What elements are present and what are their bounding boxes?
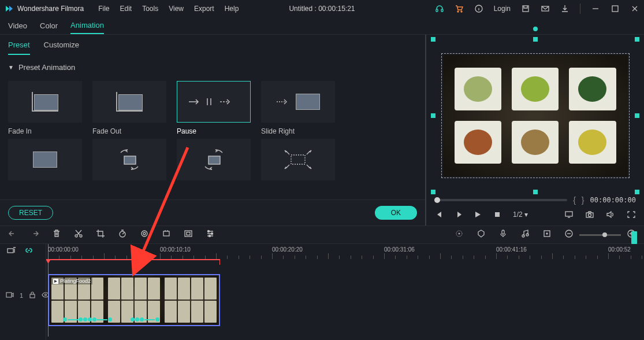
keyframe[interactable] [140,317,144,321]
keyframe[interactable] [135,317,139,321]
track-video-icon[interactable] [6,291,14,300]
menu-file[interactable]: File [98,5,109,13]
preset-slide-right[interactable]: Slide Right [261,81,342,135]
zoom-slider[interactable] [579,234,621,236]
preview-scale[interactable]: 1/2 ▾ [513,210,528,219]
tab-preset[interactable]: Preset [8,40,30,55]
resize-handle[interactable] [635,113,639,118]
keyframe[interactable] [155,317,159,321]
cut-icon[interactable] [74,229,83,241]
subnav-video[interactable]: Video [8,18,27,34]
keyframe[interactable] [63,317,67,321]
svg-point-27 [459,233,460,234]
save-icon[interactable] [521,4,530,13]
maximize-icon[interactable] [611,4,620,13]
speed-icon[interactable] [118,229,127,241]
preset-fade-in[interactable]: Fade In [8,81,89,135]
preset-row2-d[interactable] [261,139,342,180]
greenscreen-icon[interactable] [162,229,171,241]
keyframe[interactable] [108,317,112,321]
resize-handle[interactable] [533,190,538,194]
subnav-animation[interactable]: Animation [70,17,104,34]
scrub-track[interactable] [434,199,567,201]
headset-icon[interactable] [435,4,444,13]
play-button[interactable] [454,210,462,219]
preset-row2-a[interactable] [8,139,89,180]
login-button[interactable]: Login [494,5,511,13]
resize-handle[interactable] [635,190,639,194]
music-icon[interactable] [520,229,530,241]
ruler-mark: 00:00:20:20 [272,246,303,253]
subnav-color[interactable]: Color [40,18,58,34]
record-indicator[interactable] [631,231,637,244]
svg-rect-11 [495,212,500,217]
panel-footer: RESET OK [0,199,425,226]
stop-button[interactable] [493,210,501,219]
ok-button[interactable]: OK [375,206,417,220]
menu-help[interactable]: Help [225,5,239,13]
resize-handle[interactable] [431,37,435,42]
keyframe[interactable] [88,317,92,321]
play-simple-button[interactable] [474,210,482,219]
ruler-mark: 00:00:31:06 [384,246,415,253]
menu-view[interactable]: View [169,5,184,13]
scrub-handle[interactable] [434,197,440,203]
preset-row2-c[interactable] [177,139,258,180]
resize-handle[interactable] [431,190,435,194]
resize-handle[interactable] [431,113,435,118]
close-icon[interactable] [630,4,639,13]
volume-icon[interactable] [606,210,615,219]
settings-icon[interactable] [206,229,215,241]
delete-icon[interactable] [52,229,61,241]
mic-icon[interactable] [498,229,508,241]
expand-icon[interactable] [627,210,636,219]
svg-point-29 [522,235,524,237]
reset-button[interactable]: RESET [8,206,53,220]
tab-customize[interactable]: Customize [44,40,79,55]
rotate-handle[interactable] [533,27,538,31]
menu-export[interactable]: Export [194,5,214,13]
enhance-icon[interactable] [455,229,464,241]
autoframe-icon[interactable] [184,229,193,241]
display-icon[interactable] [564,210,574,219]
camera-icon[interactable] [585,210,594,219]
timeline-tracks[interactable]: 00:00:00:00 00:00:10:10 00:00:20:20 00:0… [46,244,644,340]
preview-scrub: { } 00:00:00:00 [433,192,637,208]
minimize-icon[interactable] [591,4,600,13]
undo-icon[interactable] [8,229,17,241]
redo-icon[interactable] [30,229,39,241]
resize-handle[interactable] [533,37,538,42]
keyframe[interactable] [131,317,135,321]
color-icon[interactable] [140,229,149,241]
preset-pause[interactable]: Pause [177,81,258,135]
preset-fade-out[interactable]: Fade Out [92,81,173,135]
mail-icon[interactable] [541,4,550,13]
zoom-out-icon[interactable] [564,229,574,241]
preview-viewport[interactable] [433,39,637,192]
keyframe[interactable] [79,317,83,321]
lock-icon[interactable] [29,291,36,300]
marker-icon[interactable] [477,229,486,241]
zoom-handle[interactable] [602,232,607,237]
link-icon[interactable] [24,246,33,257]
keyframe-box-icon[interactable] [542,229,552,241]
keyframe[interactable] [83,317,87,321]
info-icon[interactable] [474,4,483,13]
preset-row2-b[interactable] [92,139,173,180]
cart-icon[interactable] [455,4,464,13]
preview-selection[interactable] [441,53,630,178]
keyframe[interactable] [92,317,96,321]
menu-tools[interactable]: Tools [142,5,158,13]
brace-close-icon[interactable]: } [582,195,585,205]
download-icon[interactable] [560,4,569,13]
brace-open-icon[interactable]: { [573,195,576,205]
section-preset-animation[interactable]: ▼ Preset Animation [0,55,425,76]
timeline-ruler[interactable]: 00:00:00:00 00:00:10:10 00:00:20:20 00:0… [46,244,644,259]
menu-edit[interactable]: Edit [120,5,132,13]
prev-frame-button[interactable] [434,210,442,219]
track-manage-icon[interactable] [7,246,16,257]
resize-handle[interactable] [635,37,639,42]
timeline-clip[interactable]: PlatingFood2 [48,274,220,326]
crop-icon[interactable] [96,229,105,241]
svg-point-19 [143,232,146,235]
